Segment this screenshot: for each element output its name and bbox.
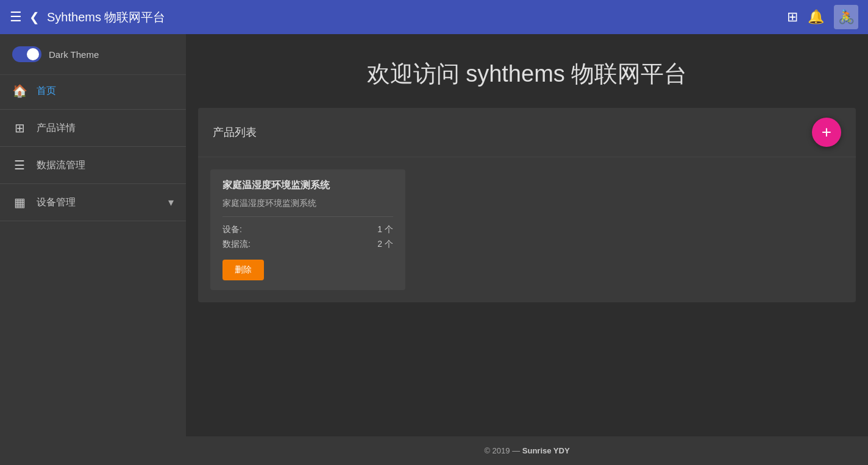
topbar-title: Syhthems 物联网平台	[47, 9, 165, 26]
sidebar: Dark Theme 🏠 首页 ⊞ 产品详情 ☰ 数据流管理 ▦ 设备管理 ▾	[0, 34, 186, 465]
avatar-button[interactable]: 🚴	[834, 5, 858, 29]
product-list-title: 产品列表	[213, 125, 257, 140]
product-list-section: 产品列表 + 家庭温湿度环境监测系统 家庭温湿度环境监测系统 设备: 1 个	[198, 108, 856, 302]
sidebar-divider-1	[0, 109, 186, 110]
product-card: 家庭温湿度环境监测系统 家庭温湿度环境监测系统 设备: 1 个 数据流: 2 个	[210, 169, 405, 290]
main-content: 欢迎访问 syhthems 物联网平台 产品列表 + 家庭温湿度环境监测系统 家…	[186, 34, 868, 465]
grid-icon[interactable]: ⊞	[787, 9, 798, 25]
meta-row-dataflow: 数据流: 2 个	[222, 239, 393, 250]
sidebar-divider-2	[0, 146, 186, 147]
meta-row-device: 设备: 1 个	[222, 224, 393, 235]
product-card-title: 家庭温湿度环境监测系统	[222, 179, 393, 192]
devices-icon: ▦	[12, 195, 27, 210]
home-icon: 🏠	[12, 83, 27, 98]
footer-text: © 2019 — Sunrise YDY	[484, 446, 569, 455]
sidebar-item-products-label: 产品详情	[37, 122, 174, 135]
sidebar-item-dataflow-label: 数据流管理	[37, 159, 174, 172]
dark-theme-label: Dark Theme	[49, 49, 99, 60]
sidebar-item-devices-label: 设备管理	[37, 196, 158, 209]
bell-icon[interactable]: 🔔	[808, 9, 824, 25]
device-count: 1 个	[377, 224, 393, 235]
dark-theme-switch[interactable]	[12, 46, 41, 62]
add-product-button[interactable]: +	[812, 118, 841, 147]
sidebar-item-home[interactable]: 🏠 首页	[0, 75, 186, 107]
sidebar-divider-4	[0, 221, 186, 221]
sidebar-item-products[interactable]: ⊞ 产品详情	[0, 112, 186, 144]
topbar-right: ⊞ 🔔 🚴	[787, 5, 858, 29]
sidebar-item-devices[interactable]: ▦ 设备管理 ▾	[0, 186, 186, 218]
sidebar-item-home-label: 首页	[37, 85, 174, 98]
delete-product-button[interactable]: 删除	[222, 260, 264, 280]
product-list-header: 产品列表 +	[198, 108, 856, 157]
product-card-body: 家庭温湿度环境监测系统 家庭温湿度环境监测系统 设备: 1 个 数据流: 2 个	[210, 169, 405, 290]
product-cards-container: 家庭温湿度环境监测系统 家庭温湿度环境监测系统 设备: 1 个 数据流: 2 个	[198, 157, 856, 302]
welcome-header: 欢迎访问 syhthems 物联网平台	[186, 34, 868, 108]
hamburger-icon[interactable]: ☰	[10, 9, 22, 25]
chevron-down-icon: ▾	[168, 196, 174, 209]
product-card-desc: 家庭温湿度环境监测系统	[222, 198, 393, 217]
topbar: ☰ ❮ Syhthems 物联网平台 ⊞ 🔔 🚴	[0, 0, 868, 34]
sidebar-item-dataflow[interactable]: ☰ 数据流管理	[0, 149, 186, 181]
footer: © 2019 — Sunrise YDY	[186, 436, 868, 465]
dataflow-icon: ☰	[12, 158, 27, 172]
device-label: 设备:	[222, 224, 242, 235]
product-card-meta: 设备: 1 个 数据流: 2 个	[222, 224, 393, 250]
dark-theme-toggle: Dark Theme	[0, 34, 186, 75]
dataflow-count: 2 个	[377, 239, 393, 250]
topbar-left: ☰ ❮ Syhthems 物联网平台	[10, 9, 787, 26]
products-icon: ⊞	[12, 121, 27, 135]
back-icon[interactable]: ❮	[29, 10, 40, 24]
sidebar-divider-3	[0, 183, 186, 184]
main-layout: Dark Theme 🏠 首页 ⊞ 产品详情 ☰ 数据流管理 ▦ 设备管理 ▾ …	[0, 34, 868, 465]
avatar-emoji: 🚴	[838, 9, 855, 25]
dataflow-label: 数据流:	[222, 239, 251, 250]
welcome-title: 欢迎访问 syhthems 物联网平台	[198, 59, 856, 90]
